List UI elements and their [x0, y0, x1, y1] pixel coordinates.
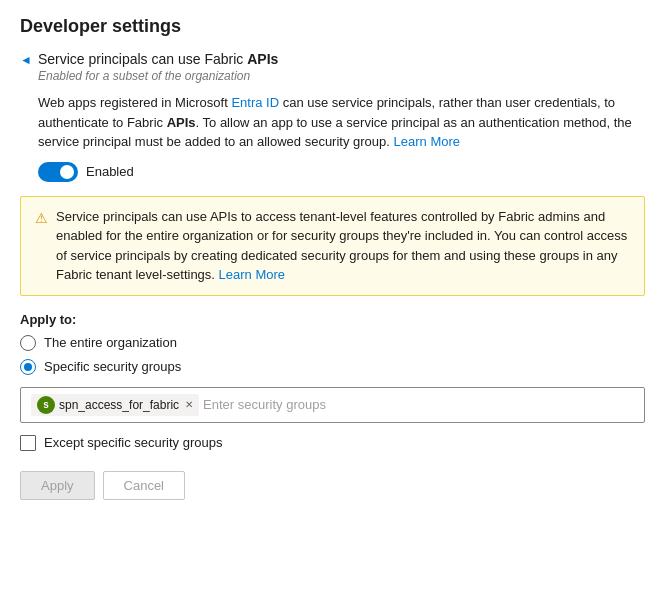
section-header: ◄ Service principals can use Fabric APIs [20, 51, 645, 67]
shield-icon: ⚠ [35, 208, 48, 285]
radio-entire-org-circle [20, 335, 36, 351]
learn-more-link-2[interactable]: Learn More [219, 267, 285, 282]
radio-entire-org-label: The entire organization [44, 335, 177, 350]
radio-specific-groups[interactable]: Specific security groups [20, 359, 645, 375]
page-title: Developer settings [20, 16, 645, 37]
input-placeholder: Enter security groups [203, 397, 326, 412]
description-text: Web apps registered in Microsoft Entra I… [38, 93, 645, 152]
section-title: Service principals can use Fabric APIs [38, 51, 278, 67]
cancel-button[interactable]: Cancel [103, 471, 185, 500]
radio-entire-org[interactable]: The entire organization [20, 335, 645, 351]
radio-specific-groups-circle [20, 359, 36, 375]
toggle-row: Enabled [38, 162, 645, 182]
toggle-switch[interactable] [38, 162, 78, 182]
apply-button[interactable]: Apply [20, 471, 95, 500]
except-specific-groups-label: Except specific security groups [44, 435, 222, 450]
learn-more-link-1[interactable]: Learn More [394, 134, 460, 149]
collapse-icon[interactable]: ◄ [20, 53, 32, 67]
security-groups-input[interactable]: s spn_access_for_fabric ✕ Enter security… [20, 387, 645, 423]
entra-link[interactable]: Entra ID [231, 95, 279, 110]
toggle-label: Enabled [86, 164, 134, 179]
except-specific-groups-checkbox-row[interactable]: Except specific security groups [20, 435, 645, 451]
info-box-text: Service principals can use APIs to acces… [56, 207, 630, 285]
tag-avatar: s [37, 396, 55, 414]
button-row: Apply Cancel [20, 471, 645, 500]
tag-close-button[interactable]: ✕ [185, 400, 193, 410]
toggle-thumb [60, 165, 74, 179]
section-subtitle: Enabled for a subset of the organization [38, 69, 645, 83]
section-title-bold: APIs [247, 51, 278, 67]
apply-to-label: Apply to: [20, 312, 645, 327]
radio-group: The entire organization Specific securit… [20, 335, 645, 375]
security-group-tag: s spn_access_for_fabric ✕ [31, 394, 199, 416]
except-specific-groups-checkbox[interactable] [20, 435, 36, 451]
info-box: ⚠ Service principals can use APIs to acc… [20, 196, 645, 296]
section-title-prefix: Service principals can use Fabric [38, 51, 247, 67]
radio-specific-groups-label: Specific security groups [44, 359, 181, 374]
tag-name: spn_access_for_fabric [59, 398, 179, 412]
